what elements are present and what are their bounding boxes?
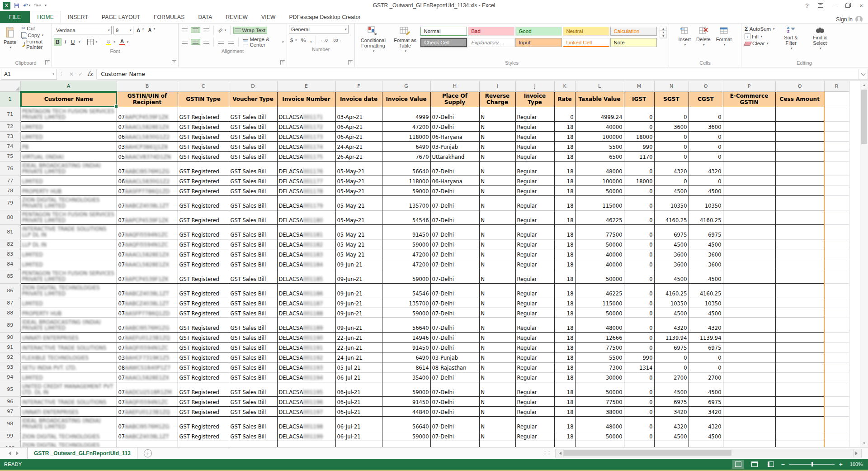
cell-E89[interactable]: DELACSA001189 xyxy=(277,318,335,332)
cell-L82[interactable]: 50000 xyxy=(575,239,624,249)
cell-C82[interactable]: GST Registered xyxy=(178,239,229,249)
cell-K84[interactable]: 18 xyxy=(554,259,575,269)
cell-G99[interactable]: 59000 xyxy=(382,431,430,441)
cell-O78[interactable]: 4500 xyxy=(689,186,723,195)
cell-D97[interactable]: GST Sales Bill xyxy=(229,406,277,416)
cell-P80[interactable] xyxy=(723,210,775,224)
cell-M75[interactable]: 1170 xyxy=(624,151,654,161)
cell-D85[interactable]: GST Sales Bill xyxy=(229,269,277,283)
cell-A87[interactable]: LIMITED xyxy=(20,298,117,308)
cell-D99[interactable]: GST Sales Bill xyxy=(229,431,277,441)
conditional-formatting-button[interactable]: ≠ Conditional Formatting▾ xyxy=(357,25,390,55)
number-dialog-launcher-icon[interactable] xyxy=(348,60,353,65)
vertical-scroll-thumb[interactable] xyxy=(861,90,867,144)
cell-G77[interactable]: 118000 xyxy=(382,176,430,186)
cell-P75[interactable] xyxy=(723,151,775,161)
cell-D83[interactable]: GST Sales Bill xyxy=(229,249,277,259)
cell-O74[interactable]: 0 xyxy=(689,141,723,151)
cell-O79[interactable]: 10350 xyxy=(689,195,723,210)
cell-G83[interactable]: 47200 xyxy=(382,249,430,259)
cell-I86[interactable]: N xyxy=(479,283,515,298)
cell-D89[interactable]: GST Sales Bill xyxy=(229,318,277,332)
cell-L71[interactable]: 4999.24 xyxy=(575,107,624,121)
cell-K72[interactable]: 18 xyxy=(554,121,575,131)
cell-C1[interactable]: GSTIN Type xyxy=(178,91,229,107)
cell-style-good[interactable]: Good xyxy=(515,27,562,36)
cell-D73[interactable]: GST Sales Bill xyxy=(229,131,277,141)
cell-K85[interactable]: 18 xyxy=(554,269,575,283)
cell-P100[interactable] xyxy=(723,441,775,447)
cell-Q71[interactable] xyxy=(775,107,824,121)
font-color-button[interactable]: A▾ xyxy=(118,38,130,46)
cell-I97[interactable]: N xyxy=(479,406,515,416)
cell-G100[interactable]: 135700 xyxy=(382,441,430,447)
cell-I82[interactable]: N xyxy=(479,239,515,249)
cell-R1[interactable] xyxy=(824,91,849,107)
cell-O97[interactable]: 3420 xyxy=(689,406,723,416)
cell-I91[interactable]: N xyxy=(479,342,515,352)
cell-E88[interactable]: DELACSA001188 xyxy=(277,308,335,318)
cell-B87[interactable]: 07AABCZ4038L1ZT xyxy=(117,298,178,308)
sheet-tab[interactable]: GSTR _Outward_GLFnReportUId_113 xyxy=(27,447,137,459)
align-right-button[interactable] xyxy=(202,39,211,44)
cell-K76[interactable]: 18 xyxy=(554,161,575,176)
cell-C86[interactable]: GST Registered xyxy=(178,283,229,298)
cell-H74[interactable]: 03-Punjab xyxy=(430,141,479,151)
cell-A98[interactable]: IDEAL BROADCASTING (INDIA)PRIVATE LIMITE… xyxy=(20,416,117,431)
cell-B89[interactable]: 07AABCI9576M1ZG xyxy=(117,318,178,332)
cell-O76[interactable]: 4320 xyxy=(689,161,723,176)
cell-O88[interactable]: 4500 xyxy=(689,308,723,318)
cell-O80[interactable]: 4160.25 xyxy=(689,210,723,224)
cell-Q95[interactable] xyxy=(775,382,824,396)
cell-E76[interactable]: DELACSA001176 xyxy=(277,161,335,176)
fill-color-button[interactable]: ▾ xyxy=(104,38,116,46)
cell-Q96[interactable] xyxy=(775,396,824,406)
format-painter-button[interactable]: Format Painter xyxy=(20,38,50,50)
cell-E87[interactable]: DELACSA001187 xyxy=(277,298,335,308)
cell-R83[interactable] xyxy=(824,249,849,259)
cell-F82[interactable]: 05-May-21 xyxy=(335,239,382,249)
cell-A92[interactable]: FLEXIBLE TECHNOLOGIES xyxy=(20,352,117,362)
cell-O99[interactable]: 4500 xyxy=(689,431,723,441)
autosum-button[interactable]: ΣAutoSum▾ xyxy=(743,25,776,33)
row-header-95[interactable]: 95 xyxy=(0,382,20,396)
cell-L93[interactable]: 7300 xyxy=(575,362,624,372)
decrease-decimal-button[interactable]: .00→ xyxy=(331,38,344,43)
column-header-L[interactable]: L xyxy=(575,81,624,91)
cell-N92[interactable]: 0 xyxy=(654,352,689,362)
cell-H82[interactable]: 07-Delhi xyxy=(430,239,479,249)
cell-K1[interactable]: Rate xyxy=(554,91,575,107)
cell-C83[interactable]: GST Registered xyxy=(178,249,229,259)
cell-K90[interactable]: 18 xyxy=(554,332,575,342)
cell-E90[interactable]: DELACSA001190 xyxy=(277,332,335,342)
row-header-72[interactable]: 72 xyxy=(0,121,20,131)
cell-A72[interactable]: LIMITED xyxy=(20,121,117,131)
cell-E74[interactable]: DELACSA001174 xyxy=(277,141,335,151)
cell-L1[interactable]: Taxable Value xyxy=(575,91,624,107)
cell-E82[interactable]: DELACSA001182 xyxy=(277,239,335,249)
cell-C98[interactable]: GST Registered xyxy=(178,416,229,431)
cell-B73[interactable]: 06AAACL5830G1Z2 xyxy=(117,131,178,141)
cell-G82[interactable]: 59000 xyxy=(382,239,430,249)
cell-N78[interactable]: 4500 xyxy=(654,186,689,195)
cell-H94[interactable]: 07-Delhi xyxy=(430,372,479,382)
cell-P74[interactable] xyxy=(723,141,775,151)
cell-R88[interactable] xyxy=(824,308,849,318)
cell-C76[interactable]: GST Registered xyxy=(178,161,229,176)
cell-E84[interactable]: DELACSA001184 xyxy=(277,259,335,269)
cell-K71[interactable]: 0 xyxy=(554,107,575,121)
cell-O90[interactable]: 1139.94 xyxy=(689,332,723,342)
cell-J92[interactable]: Regular xyxy=(515,352,554,362)
cell-Q91[interactable] xyxy=(775,342,824,352)
cell-Q89[interactable] xyxy=(775,318,824,332)
cell-H1[interactable]: Place Of Supply xyxy=(430,91,479,107)
column-header-C[interactable]: C xyxy=(178,81,229,91)
cell-O98[interactable]: 4320 xyxy=(689,416,723,431)
cell-R87[interactable] xyxy=(824,298,849,308)
cell-R95[interactable] xyxy=(824,382,849,396)
cell-C92[interactable]: GST Registered xyxy=(178,352,229,362)
cell-P83[interactable] xyxy=(723,249,775,259)
cell-N87[interactable]: 10350 xyxy=(654,298,689,308)
cell-D100[interactable]: GST Sales Bill xyxy=(229,441,277,447)
cell-M74[interactable]: 990 xyxy=(624,141,654,151)
